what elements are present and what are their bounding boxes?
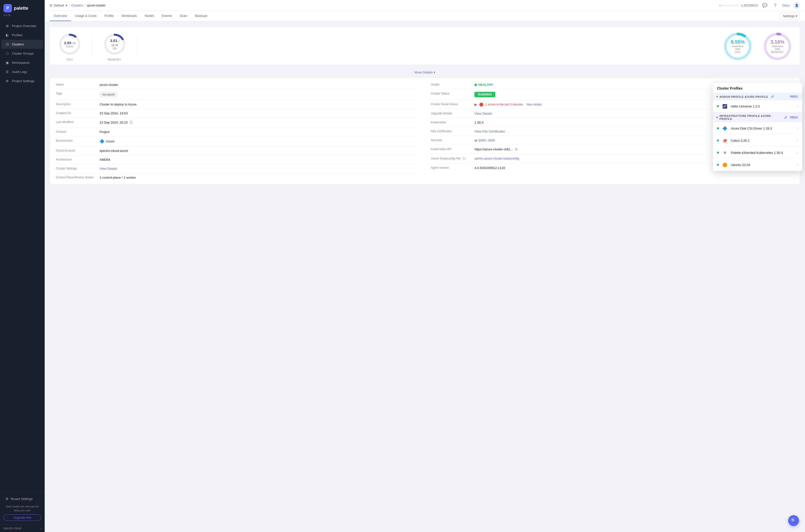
detail-context-row: Context Project bbox=[56, 128, 419, 136]
sidebar-item-profiles[interactable]: ◧ Profiles bbox=[1, 31, 43, 39]
tenant-settings-item[interactable]: ⚙ Tenant Settings bbox=[3, 495, 41, 502]
project-icon: ⊟ bbox=[50, 3, 52, 7]
health-dot bbox=[475, 83, 477, 86]
cpu-donut-center: 2.93 / 8 Cores bbox=[64, 41, 75, 48]
infra-pxk[interactable]: ⚛ Palette eXtended Kubernetes 1.30.4 › bbox=[713, 147, 802, 159]
cluster-settings-link[interactable]: View Details bbox=[99, 167, 117, 170]
sidebar-bottom: ⚙ Tenant Settings Start small and only p… bbox=[0, 492, 45, 524]
tab-events[interactable]: Events bbox=[158, 11, 176, 21]
kubeconfig-link[interactable]: admin.azure-cluster.kubeconfig bbox=[475, 156, 519, 160]
azure-icon: 🔷 bbox=[99, 139, 104, 144]
project-selector[interactable]: ⊟ Default ▾ bbox=[50, 3, 67, 7]
cpu-pct-center: 8.55% Used from total CPU bbox=[730, 39, 745, 54]
sidebar-label-project-settings: Project Settings bbox=[12, 79, 35, 83]
chevron-down-icon: ▾ bbox=[796, 14, 797, 18]
upgrade-label: Upgrade Details bbox=[431, 112, 471, 115]
modified-label: Last Modified bbox=[56, 120, 96, 124]
docs-link[interactable]: Docs bbox=[782, 3, 790, 7]
breadcrumb-sep-2: / bbox=[84, 3, 85, 7]
addon-profile-header[interactable]: ▾ ADDON PROFILE AZURE-PROFILE 🔗 PROJ bbox=[713, 93, 802, 100]
profile-dot-green bbox=[717, 105, 719, 107]
infra-ubuntu[interactable]: 🟠 Ubuntu 22.04 › bbox=[713, 159, 802, 171]
error-text[interactable]: 1 errors in the last 5 minutes bbox=[485, 103, 523, 106]
copy-icon[interactable]: ⧉ bbox=[515, 147, 517, 151]
tab-scan[interactable]: Scan bbox=[176, 11, 191, 21]
chevron-right-icon: › bbox=[797, 104, 798, 108]
app-version: 4.4.19 bbox=[0, 14, 45, 19]
service-port-1[interactable]: :8080 bbox=[478, 138, 486, 142]
settings-button[interactable]: Settings ▾ bbox=[780, 13, 800, 20]
pxk-icon: ⚛ bbox=[721, 149, 728, 156]
view-details-link[interactable]: View details bbox=[526, 103, 542, 106]
detail-cloud-account-row: Cloud Account spectro-cloud-azure bbox=[56, 146, 419, 155]
sidebar-label-workspaces: Workspaces bbox=[12, 61, 30, 64]
chevron-down-icon: ▾ bbox=[716, 95, 718, 98]
sidebar-item-cluster-groups[interactable]: ⬡ Cluster Groups bbox=[1, 49, 43, 58]
metrics-divider-2 bbox=[137, 37, 137, 56]
help-icon[interactable]: ? bbox=[772, 2, 779, 9]
addon-hello-universe[interactable]: 🌌 Hello Universe 1.2.0 › bbox=[713, 100, 802, 112]
app-name: palette bbox=[14, 6, 28, 11]
tab-nodes[interactable]: Nodes bbox=[141, 11, 158, 21]
service-port-2[interactable]: :3000 bbox=[487, 138, 495, 142]
cluster-groups-icon: ⬡ bbox=[5, 51, 9, 56]
sidebar: P palette 4.4.19 ⊞ Project Overview ◧ Pr… bbox=[0, 0, 45, 532]
tab-workloads[interactable]: Workloads bbox=[118, 11, 141, 21]
chat-icon[interactable]: 💬 bbox=[761, 2, 768, 9]
tab-profile[interactable]: Profile bbox=[100, 11, 118, 21]
profile-dot-1 bbox=[717, 127, 719, 129]
kubeconfig-label: Admin Kubeconfig File ⓘ bbox=[431, 156, 471, 161]
memory-metric: 3.01 / 16.76 Gb MEMORY bbox=[102, 32, 127, 61]
more-details-link[interactable]: More Details ▾ bbox=[50, 69, 800, 75]
breadcrumb-clusters-link[interactable]: Clusters bbox=[71, 3, 83, 7]
upgrade-button[interactable]: Upgrade now bbox=[3, 514, 41, 521]
infra-section-label: INFRASTRUCTURE PROFILE AZURE-PROFILE bbox=[720, 114, 782, 120]
k8s-cert-label: K8s Certificates bbox=[431, 130, 471, 133]
infra-azure-disk-csi[interactable]: 🔷 Azure Disk CSI Driver 1.28.3 › bbox=[713, 122, 802, 134]
chevron-right-icon-3: › bbox=[797, 151, 798, 155]
metrics-right: 8.55% Used from total CPU bbox=[723, 32, 792, 61]
memory-axis-label: MEMORY bbox=[108, 58, 121, 61]
sidebar-item-workspaces[interactable]: ▣ Workspaces bbox=[1, 58, 43, 67]
arch-label: Architecture bbox=[56, 158, 96, 161]
sidebar-item-audit-logs[interactable]: ☰ Audit Logs bbox=[1, 67, 43, 76]
cloud-account-label: Cloud Account bbox=[56, 149, 96, 152]
k8s-api-label: Kubernetes API bbox=[431, 147, 471, 151]
k8s-label: Kubernetes bbox=[431, 120, 471, 124]
link-icon: 🔗 bbox=[771, 95, 774, 98]
collapse-icon[interactable]: ‹ bbox=[40, 527, 41, 530]
sidebar-item-project-settings[interactable]: ⚙ Project Settings bbox=[1, 76, 43, 86]
cluster-profiles-title: Cluster Profiles bbox=[713, 83, 802, 93]
cpu-axis-label: CPU bbox=[66, 58, 73, 61]
usage-value: 1.29/100kCh bbox=[741, 4, 758, 7]
azure-disk-name: Azure Disk CSI Driver 1.28.3 bbox=[731, 127, 794, 130]
infra-profile-header[interactable]: ▾ INFRASTRUCTURE PROFILE AZURE-PROFILE 🔗… bbox=[713, 112, 802, 122]
cpu-pct-donut: 8.55% Used from total CPU bbox=[723, 32, 753, 61]
memory-pct-donut: 3.16% Used from total MEMORY bbox=[763, 32, 792, 61]
profile-dot-3 bbox=[717, 152, 719, 154]
tab-backups[interactable]: Backups bbox=[191, 11, 211, 21]
clusters-icon: ⬡ bbox=[5, 42, 9, 46]
detail-modified-row: Last Modified 23 Sep 2024, 20:15 ⓘ bbox=[56, 118, 419, 128]
user-avatar[interactable]: 👤 bbox=[793, 2, 800, 9]
sidebar-item-clusters[interactable]: ⬡ Clusters bbox=[1, 40, 43, 49]
sidebar-item-project-overview[interactable]: ⊞ Project Overview bbox=[1, 21, 43, 30]
help-fab-button[interactable]: 🔍 bbox=[788, 515, 799, 526]
main-content: ⊟ Default ▾ / Clusters / azure-cluster 1… bbox=[45, 0, 805, 532]
sidebar-logo: P palette bbox=[0, 0, 45, 14]
arch-value: AMD64 bbox=[99, 158, 110, 162]
hello-universe-name: Hello Universe 1.2.0 bbox=[731, 104, 794, 108]
infra-calico[interactable]: 🐙 Calico 3.26.1 › bbox=[713, 134, 802, 147]
pxk-name: Palette eXtended Kubernetes 1.30.4 bbox=[731, 151, 794, 155]
k8s-cert-link[interactable]: View K8s Certificates bbox=[475, 130, 505, 133]
addon-section-label: ADDON PROFILE AZURE-PROFILE bbox=[720, 95, 768, 98]
chevron-down-icon: ▾ bbox=[716, 116, 718, 119]
tab-usage-costs[interactable]: Usage & Costs bbox=[71, 11, 100, 21]
tab-overview[interactable]: Overview bbox=[50, 11, 71, 21]
usage-bar: 1.29/100kCh bbox=[720, 4, 758, 7]
tag-ms-azure: ms-azure bbox=[99, 92, 117, 97]
workspaces-icon: ▣ bbox=[5, 60, 9, 65]
upgrade-text: Start small and only pay for what you us… bbox=[3, 505, 41, 512]
upgrade-link[interactable]: View Details bbox=[475, 112, 492, 115]
services-value: ui :8080 :3000 bbox=[475, 138, 495, 142]
